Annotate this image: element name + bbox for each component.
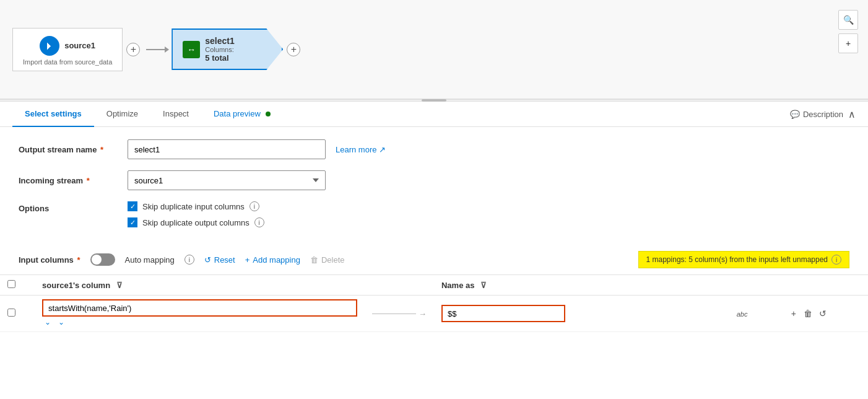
mapping-table: source1's column ⊽ Name as ⊽ xyxy=(0,274,868,332)
mapping-arrow: → xyxy=(372,309,427,318)
incoming-stream-row: Incoming stream * source1 xyxy=(19,170,849,190)
canvas-area: ⏵ source1 Import data from source_data +… xyxy=(0,0,868,99)
skip-input-check-row: ✓ Skip duplicate input columns i xyxy=(128,201,264,211)
input-columns-left: Input columns * Auto mapping i ↺ Reset +… xyxy=(19,253,345,266)
search-canvas-button[interactable]: 🔍 xyxy=(838,10,858,30)
col-header-actions xyxy=(781,275,868,296)
name-filter-icon[interactable]: ⊽ xyxy=(480,281,487,290)
skip-output-check-row: ✓ Skip duplicate output columns i xyxy=(128,217,264,227)
auto-mapping-info-icon[interactable]: i xyxy=(184,255,194,265)
reset-button[interactable]: ↺ Reset xyxy=(204,255,235,265)
source-column-input[interactable] xyxy=(42,299,357,317)
incoming-stream-select[interactable]: source1 xyxy=(128,170,326,190)
check-icon-output: ✓ xyxy=(130,219,136,227)
type-badge: abc xyxy=(737,310,748,318)
add-after-source-button[interactable]: + xyxy=(126,43,140,56)
delete-row-icon: 🗑 xyxy=(804,309,812,318)
skip-output-checkbox[interactable]: ✓ xyxy=(128,217,137,227)
add-row-button[interactable]: + xyxy=(789,307,799,320)
arrow-head xyxy=(165,46,169,53)
select-node[interactable]: ↔ select1 Columns: 5 total xyxy=(171,28,283,70)
select-node-columns: 5 total xyxy=(205,53,234,63)
arrow-line xyxy=(146,49,165,50)
delete-icon: 🗑 xyxy=(310,255,318,265)
options-row: Options ✓ Skip duplicate input columns i… xyxy=(19,201,849,227)
delete-button[interactable]: 🗑 Delete xyxy=(310,255,345,265)
select-node-title: select1 xyxy=(205,36,234,46)
learn-more-link[interactable]: Learn more ↗ xyxy=(336,145,386,154)
col-header-check xyxy=(0,275,35,296)
tabs-right: 💬 Description ∧ xyxy=(790,108,856,120)
output-stream-row: Output stream name * Learn more ↗ xyxy=(19,139,849,159)
row-actions-cell: + 🗑 ↺ xyxy=(781,296,868,332)
connector-arrow xyxy=(146,46,169,53)
tab-optimize[interactable]: Optimize xyxy=(94,102,150,127)
arrow-line xyxy=(372,314,416,314)
auto-mapping-label: Auto mapping xyxy=(125,255,175,265)
source-node[interactable]: ⏵ source1 Import data from source_data xyxy=(12,28,123,71)
description-button[interactable]: 💬 Description xyxy=(790,110,843,119)
source-node-title: source1 xyxy=(64,41,95,50)
warning-badge: 1 mappings: 5 column(s) from the inputs … xyxy=(638,251,849,268)
data-preview-dot xyxy=(266,112,271,116)
skip-input-info-icon[interactable]: i xyxy=(250,201,259,211)
table-header-row: source1's column ⊽ Name as ⊽ xyxy=(0,275,868,296)
source-icon: ⏵ xyxy=(40,36,59,56)
required-star-incoming: * xyxy=(84,176,90,185)
select-node-inner: ↔ select1 Columns: 5 total xyxy=(183,36,259,63)
warning-info-icon[interactable]: i xyxy=(831,255,841,265)
select-all-checkbox[interactable] xyxy=(7,280,15,288)
row-checkbox[interactable] xyxy=(7,309,15,317)
input-columns-header: Input columns * Auto mapping i ↺ Reset +… xyxy=(0,251,868,268)
row-check-cell xyxy=(0,296,35,332)
skip-input-label: Skip duplicate input columns xyxy=(142,202,245,211)
add-mapping-button[interactable]: + Add mapping xyxy=(245,255,300,265)
add-after-source-icon: + xyxy=(131,44,136,55)
row-type-cell: abc xyxy=(729,296,781,332)
external-link-icon: ↗ xyxy=(379,145,386,154)
add-canvas-button[interactable]: + xyxy=(838,33,858,53)
col-header-type xyxy=(729,275,781,296)
output-stream-name-input[interactable] xyxy=(128,139,326,159)
skip-input-checkbox[interactable]: ✓ xyxy=(128,201,137,211)
name-as-input[interactable] xyxy=(441,305,565,322)
skip-output-info-icon[interactable]: i xyxy=(254,217,264,227)
reset-icon: ↺ xyxy=(204,255,211,265)
tabs-bar: Select settings Optimize Inspect Data pr… xyxy=(0,102,868,127)
incoming-stream-label: Incoming stream * xyxy=(19,176,118,185)
expand-more-icon: ⌄ xyxy=(58,318,64,327)
expand-more-button[interactable]: ⌄ xyxy=(56,317,67,328)
delete-row-button[interactable]: 🗑 xyxy=(801,307,815,320)
collapse-panel-button[interactable]: ∧ xyxy=(848,108,856,120)
source-node-inner: ⏵ source1 xyxy=(40,36,95,56)
tab-data-preview[interactable]: Data preview xyxy=(201,102,284,127)
search-canvas-icon: 🔍 xyxy=(843,15,854,25)
tab-select-settings[interactable]: Select settings xyxy=(12,102,94,127)
row-name-cell xyxy=(434,296,729,332)
col-header-arrow xyxy=(365,275,434,296)
input-columns-title: Input columns * xyxy=(19,255,80,265)
row-arrow-cell: → xyxy=(365,296,434,332)
tab-inspect[interactable]: Inspect xyxy=(150,102,201,127)
arrow-icon: → xyxy=(419,309,427,318)
form-area: Output stream name * Learn more ↗ Incomi… xyxy=(0,127,868,251)
loop-row-button[interactable]: ↺ xyxy=(817,307,829,320)
select-icon: ↔ xyxy=(183,41,200,58)
source-icon-glyph: ⏵ xyxy=(45,40,54,51)
select-node-subtitle: Columns: xyxy=(205,46,234,53)
add-mapping-icon: + xyxy=(245,255,250,265)
divider-handle xyxy=(422,99,446,102)
select-icon-glyph: ↔ xyxy=(187,45,196,55)
options-checks: ✓ Skip duplicate input columns i ✓ Skip … xyxy=(128,201,264,227)
source-filter-icon[interactable]: ⊽ xyxy=(116,281,123,290)
add-after-select-icon: + xyxy=(291,44,297,55)
check-icon-input: ✓ xyxy=(130,203,136,211)
expand-source-button[interactable]: ⌄ xyxy=(42,317,53,328)
warning-text: 1 mappings: 5 column(s) from the inputs … xyxy=(646,255,828,264)
required-star-output: * xyxy=(98,145,103,154)
add-canvas-icon: + xyxy=(846,38,851,48)
auto-mapping-toggle[interactable] xyxy=(90,253,115,266)
canvas-toolbar: 🔍 + xyxy=(838,10,858,53)
row-source-cell: ⌄ ⌄ xyxy=(35,296,365,332)
add-after-select-button[interactable]: + xyxy=(287,43,300,56)
